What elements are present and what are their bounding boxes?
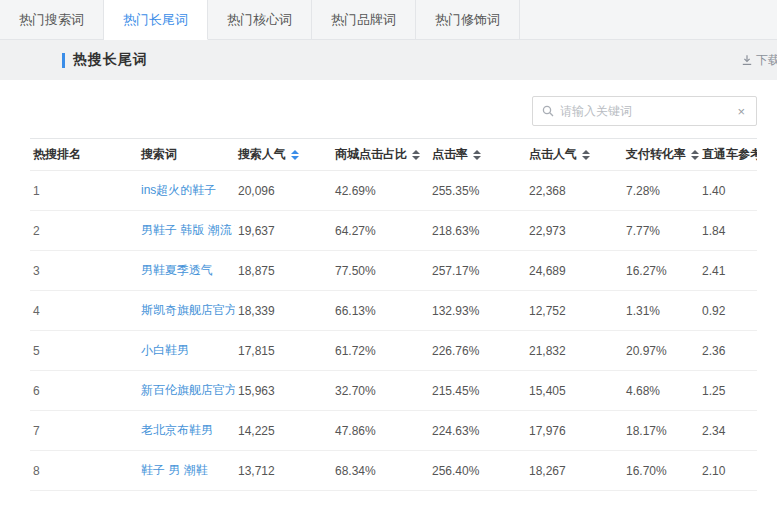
section-title: 热搜长尾词: [62, 51, 148, 69]
hot-keywords-table: 热搜排名 搜索词 搜索人气 商城点击占比 点击率: [30, 138, 757, 491]
pay-conversion-cell: 4.68%: [623, 371, 699, 411]
table-row: 8 鞋子 男 潮鞋 13,712 68.34% 256.40% 18,267 1…: [30, 451, 757, 491]
rank-cell: 2: [30, 211, 138, 251]
sort-icon[interactable]: [291, 150, 299, 160]
tab[interactable]: 热门品牌词: [312, 0, 416, 40]
column-header[interactable]: 搜索人气: [235, 139, 332, 171]
keyword-link[interactable]: 老北京布鞋男: [141, 423, 213, 437]
mall-click-ratio-cell: 32.70%: [332, 371, 429, 411]
keyword-search-box: ×: [532, 96, 757, 126]
search-popularity-cell: 15,963: [235, 371, 332, 411]
click-popularity-cell: 24,689: [526, 251, 623, 291]
rank-cell: 3: [30, 251, 138, 291]
keyword-cell: 男鞋夏季透气: [138, 251, 235, 291]
title-accent-bar: [62, 53, 65, 68]
click-popularity-cell: 15,405: [526, 371, 623, 411]
click-popularity-cell: 18,267: [526, 451, 623, 491]
search-icon: [542, 105, 554, 117]
pay-conversion-cell: 7.77%: [623, 211, 699, 251]
keyword-link[interactable]: 小白鞋男: [141, 343, 189, 357]
click-rate-cell: 256.40%: [429, 451, 526, 491]
click-rate-cell: 218.63%: [429, 211, 526, 251]
tab-label: 热门搜索词: [19, 11, 84, 29]
tab[interactable]: 热门长尾词: [104, 0, 208, 40]
section-header: 热搜长尾词 下载: [0, 40, 777, 80]
column-label: 搜索人气: [238, 147, 286, 161]
keyword-link[interactable]: 鞋子 男 潮鞋: [141, 463, 208, 477]
column-header[interactable]: 点击率: [429, 139, 526, 171]
tab[interactable]: 热门修饰词: [416, 0, 520, 40]
column-label: 点击率: [432, 147, 468, 161]
keyword-link[interactable]: 男鞋夏季透气: [141, 263, 213, 277]
table-header-row: 热搜排名 搜索词 搜索人气 商城点击占比 点击率: [30, 139, 757, 171]
search-popularity-cell: 18,339: [235, 291, 332, 331]
click-rate-cell: 215.45%: [429, 371, 526, 411]
sort-icon[interactable]: [582, 150, 590, 160]
keyword-link[interactable]: 男鞋子 韩版 潮流 英...: [141, 223, 235, 237]
table-row: 4 斯凯奇旗舰店官方旗舰 18,339 66.13% 132.93% 12,75…: [30, 291, 757, 331]
click-rate-cell: 132.93%: [429, 291, 526, 331]
tab-label: 热门品牌词: [331, 11, 396, 29]
column-header[interactable]: 商城点击占比: [332, 139, 429, 171]
pay-conversion-cell: 18.17%: [623, 411, 699, 451]
click-rate-cell: 224.63%: [429, 411, 526, 451]
column-header[interactable]: 支付转化率: [623, 139, 699, 171]
keyword-cell: 新百伦旗舰店官方正品: [138, 371, 235, 411]
pay-conversion-cell: 7.28%: [623, 171, 699, 211]
pay-conversion-cell: 1.31%: [623, 291, 699, 331]
keyword-link[interactable]: 新百伦旗舰店官方正品: [141, 383, 235, 397]
tab-label: 热门长尾词: [123, 11, 188, 29]
click-popularity-cell: 21,832: [526, 331, 623, 371]
mall-click-ratio-cell: 42.69%: [332, 171, 429, 211]
tab-label: 热门修饰词: [435, 11, 500, 29]
sort-icon[interactable]: [691, 150, 699, 160]
tab-label: 热门核心词: [227, 11, 292, 29]
mall-click-ratio-cell: 66.13%: [332, 291, 429, 331]
search-input[interactable]: [560, 104, 735, 118]
keyword-cell: 小白鞋男: [138, 331, 235, 371]
click-rate-cell: 255.35%: [429, 171, 526, 211]
column-header[interactable]: 直通车参考价: [699, 139, 757, 171]
sort-icon[interactable]: [412, 150, 420, 160]
keyword-cell: 斯凯奇旗舰店官方旗舰: [138, 291, 235, 331]
click-rate-cell: 226.76%: [429, 331, 526, 371]
column-label: 热搜排名: [33, 147, 81, 161]
tabbar-spacer: [520, 0, 777, 40]
download-label: 下载: [756, 52, 777, 69]
ztc-ref-price-cell: 1.25: [699, 371, 757, 411]
search-popularity-cell: 19,637: [235, 211, 332, 251]
search-popularity-cell: 20,096: [235, 171, 332, 211]
table-row: 1 ins超火的鞋子 20,096 42.69% 255.35% 22,368 …: [30, 171, 757, 211]
keyword-cell: ins超火的鞋子: [138, 171, 235, 211]
column-header[interactable]: 点击人气: [526, 139, 623, 171]
keyword-link[interactable]: 斯凯奇旗舰店官方旗舰: [141, 303, 235, 317]
click-popularity-cell: 12,752: [526, 291, 623, 331]
search-popularity-cell: 17,815: [235, 331, 332, 371]
pay-conversion-cell: 20.97%: [623, 331, 699, 371]
tab[interactable]: 热门核心词: [208, 0, 312, 40]
table-row: 7 老北京布鞋男 14,225 47.86% 224.63% 17,976 18…: [30, 411, 757, 451]
column-header[interactable]: 热搜排名: [30, 139, 138, 171]
mall-click-ratio-cell: 61.72%: [332, 331, 429, 371]
rank-cell: 5: [30, 331, 138, 371]
keyword-cell: 老北京布鞋男: [138, 411, 235, 451]
table-row: 3 男鞋夏季透气 18,875 77.50% 257.17% 24,689 16…: [30, 251, 757, 291]
ztc-ref-price-cell: 0.92: [699, 291, 757, 331]
rank-cell: 4: [30, 291, 138, 331]
column-header[interactable]: 搜索词: [138, 139, 235, 171]
clear-search-icon[interactable]: ×: [735, 103, 747, 120]
rank-cell: 7: [30, 411, 138, 451]
table-row: 2 男鞋子 韩版 潮流 英... 19,637 64.27% 218.63% 2…: [30, 211, 757, 251]
mall-click-ratio-cell: 47.86%: [332, 411, 429, 451]
ztc-ref-price-cell: 2.41: [699, 251, 757, 291]
tab[interactable]: 热门搜索词: [0, 0, 104, 40]
search-popularity-cell: 14,225: [235, 411, 332, 451]
download-button[interactable]: 下载: [741, 40, 777, 80]
keyword-link[interactable]: ins超火的鞋子: [141, 183, 216, 197]
ztc-ref-price-cell: 1.40: [699, 171, 757, 211]
column-label: 点击人气: [529, 147, 577, 161]
rank-cell: 1: [30, 171, 138, 211]
sort-icon[interactable]: [473, 150, 481, 160]
mall-click-ratio-cell: 77.50%: [332, 251, 429, 291]
mall-click-ratio-cell: 64.27%: [332, 211, 429, 251]
